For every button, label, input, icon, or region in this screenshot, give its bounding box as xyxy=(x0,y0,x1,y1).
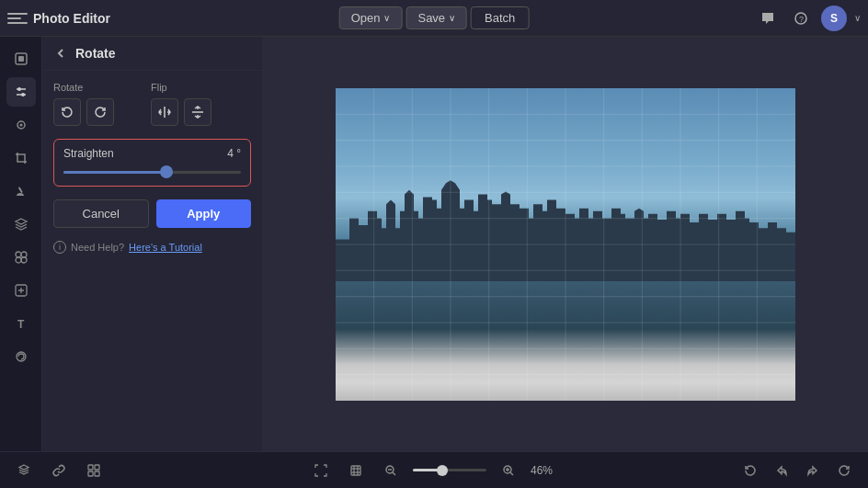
svg-text:?: ? xyxy=(799,15,804,24)
bottom-right-tools xyxy=(737,458,857,483)
canvas-area xyxy=(263,37,868,451)
chevron-down-icon: ∨ xyxy=(449,13,455,23)
tool-brush[interactable] xyxy=(6,176,36,206)
svg-line-53 xyxy=(510,472,513,475)
zoom-thumb[interactable] xyxy=(437,465,448,476)
help-button[interactable]: ? xyxy=(788,6,814,31)
svg-point-9 xyxy=(19,124,22,127)
action-buttons: Cancel Apply xyxy=(53,199,251,228)
svg-point-13 xyxy=(21,252,27,257)
rotate-ccw-button[interactable] xyxy=(53,98,81,126)
photo-container xyxy=(336,88,795,401)
flip-v-button[interactable] xyxy=(184,98,211,126)
app-title: Photo Editor xyxy=(33,11,110,26)
grid-button[interactable] xyxy=(81,458,107,483)
app-logo: Photo Editor xyxy=(7,8,110,28)
svg-rect-40 xyxy=(88,465,93,470)
svg-rect-3 xyxy=(18,56,24,62)
svg-line-50 xyxy=(393,472,395,475)
avatar-chevron-icon[interactable]: ∨ xyxy=(854,13,861,23)
undo2-button[interactable] xyxy=(737,458,763,483)
tool-objects[interactable] xyxy=(6,243,36,272)
topbar-center-actions: Open ∨ Save ∨ Batch xyxy=(339,6,530,29)
svg-point-11 xyxy=(16,252,21,257)
left-toolbar: T xyxy=(0,37,42,451)
bottom-center-zoom: 46% xyxy=(308,458,560,483)
zoom-slider[interactable] xyxy=(413,469,486,471)
tool-view[interactable] xyxy=(6,110,36,140)
slider-track[interactable] xyxy=(63,171,241,174)
avatar[interactable]: S xyxy=(821,6,847,31)
flip-h-button[interactable] xyxy=(151,98,178,126)
straighten-value: 4 ° xyxy=(227,147,241,160)
back-button[interactable] xyxy=(53,46,68,61)
tutorial-link[interactable]: Here's a Tutorial xyxy=(129,242,202,253)
svg-rect-44 xyxy=(351,466,360,475)
zoom-slider-container xyxy=(413,469,486,471)
apply-button[interactable]: Apply xyxy=(156,199,252,228)
svg-text:T: T xyxy=(17,318,25,331)
flip-buttons xyxy=(151,98,211,126)
tool-select[interactable] xyxy=(6,44,36,74)
svg-rect-43 xyxy=(95,471,99,476)
zoom-in-button[interactable] xyxy=(496,458,521,483)
slider-thumb[interactable] xyxy=(160,165,173,178)
water xyxy=(336,281,795,400)
help-area: i Need Help? Here's a Tutorial xyxy=(53,241,251,254)
rotate-label: Rotate xyxy=(53,82,114,93)
skyline xyxy=(336,141,795,281)
rotate-right-button[interactable] xyxy=(831,458,857,483)
rotate-panel: Rotate Rotate xyxy=(42,37,263,451)
save-button[interactable]: Save ∨ xyxy=(405,6,467,29)
link-button[interactable] xyxy=(46,458,72,483)
redo-button[interactable] xyxy=(800,458,826,483)
tool-adjust[interactable] xyxy=(6,77,36,107)
straighten-label: Straighten xyxy=(63,147,114,160)
fit-screen-button[interactable] xyxy=(308,458,334,483)
tool-export[interactable] xyxy=(6,276,36,305)
photo-background xyxy=(336,88,795,401)
bottom-bar: 46% xyxy=(0,451,868,488)
panel-title: Rotate xyxy=(75,46,116,61)
chevron-down-icon: ∨ xyxy=(383,13,390,23)
straighten-section: Straighten 4 ° xyxy=(53,139,251,187)
tool-crop[interactable] xyxy=(6,143,36,173)
flip-label: Flip xyxy=(151,82,211,93)
svg-rect-10 xyxy=(17,187,22,193)
rotate-flip-row: Rotate xyxy=(53,82,251,126)
rotate-cw-button[interactable] xyxy=(86,98,114,126)
rotate-section: Rotate xyxy=(53,82,114,126)
tool-watermark[interactable] xyxy=(6,342,36,371)
info-icon: i xyxy=(53,241,66,254)
rotate-buttons xyxy=(53,98,114,126)
svg-point-12 xyxy=(21,257,27,263)
straighten-slider[interactable] xyxy=(63,165,241,178)
logo-icon xyxy=(7,8,28,28)
bottom-left-tools xyxy=(11,458,107,483)
open-button[interactable]: Open ∨ xyxy=(339,6,403,29)
straighten-header: Straighten 4 ° xyxy=(63,147,241,160)
rotate-panel-header: Rotate xyxy=(42,37,262,71)
batch-button[interactable]: Batch xyxy=(471,6,529,29)
layers-button[interactable] xyxy=(11,458,37,483)
topbar-actions: ? S ∨ xyxy=(755,6,861,31)
help-text: Need Help? xyxy=(71,242,124,253)
main-area: T Rotate Rotate xyxy=(0,37,868,451)
tool-text[interactable]: T xyxy=(6,309,36,338)
undo-button[interactable] xyxy=(769,458,794,483)
rotate-panel-body: Rotate xyxy=(42,71,262,265)
crop-zoom-button[interactable] xyxy=(343,458,369,483)
flip-section: Flip xyxy=(151,82,211,126)
topbar: Photo Editor Open ∨ Save ∨ Batch ? S ∨ xyxy=(0,0,868,37)
svg-point-5 xyxy=(17,87,21,91)
svg-rect-42 xyxy=(88,471,93,476)
slider-fill xyxy=(63,171,166,174)
chat-button[interactable] xyxy=(755,6,781,31)
zoom-percent: 46% xyxy=(531,464,560,477)
zoom-out-button[interactable] xyxy=(378,458,404,483)
svg-point-7 xyxy=(21,93,25,96)
svg-point-14 xyxy=(16,257,21,263)
svg-rect-41 xyxy=(95,465,99,470)
tool-layers[interactable] xyxy=(6,210,36,239)
cancel-button[interactable]: Cancel xyxy=(53,199,149,228)
